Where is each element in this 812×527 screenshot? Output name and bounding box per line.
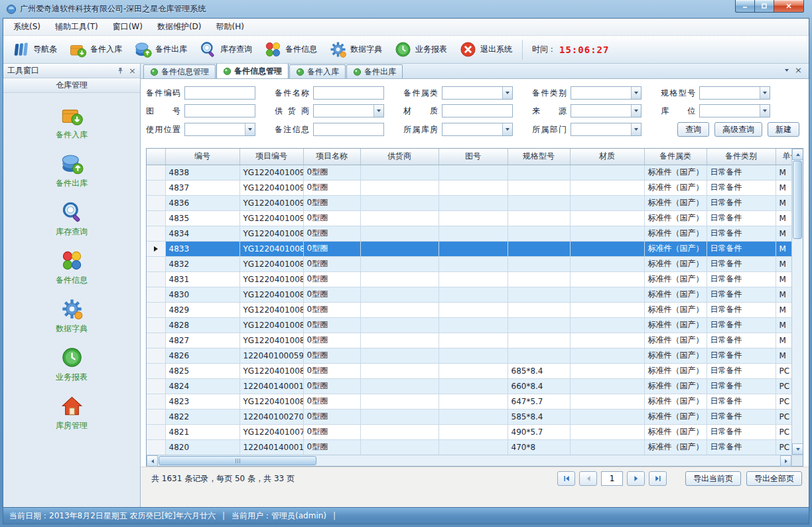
hscroll-thumb[interactable] [159,456,316,465]
close-button[interactable] [774,0,804,13]
table-row[interactable]: 4832YG122040100870型圈标准件（国产）日常备件M [147,256,791,271]
table-row[interactable]: 4834YG122040100890型圈标准件（国产）日常备件M [147,226,791,241]
use-position-select[interactable] [184,123,255,136]
chevron-down-icon[interactable] [502,123,512,135]
table-row[interactable]: 482412204014000120型圈660*8.4标准件（国产）日常备件PC [147,378,791,394]
toolbar-button-parts-info[interactable]: 备件信息 [258,38,323,61]
table-row[interactable]: 4829YG122040100840型圈标准件（国产）日常备件M [147,302,791,317]
toolbar-button-box-out[interactable]: 备件出库 [128,38,193,61]
chevron-down-icon[interactable] [631,123,641,135]
scroll-left-icon[interactable] [147,455,158,467]
scroll-right-icon[interactable] [780,455,791,467]
horizontal-scrollbar[interactable] [147,455,791,466]
table-row[interactable]: 4821YG122040100790型圈490*5.7标准件（国产）日常备件PC [147,424,791,439]
sidebar-item-box-in[interactable]: 备件入库 [56,104,88,141]
remark-input[interactable] [313,123,384,136]
source-select[interactable] [571,104,642,117]
spec-model-select[interactable] [699,86,770,100]
table-row[interactable]: 4827YG122040100820型圈标准件（国产）日常备件M [147,333,791,348]
table-row[interactable]: 4830YG122040100850型圈标准件（国产）日常备件M [147,287,791,302]
toolbar-button-report[interactable]: 业务报表 [388,38,453,61]
export-all-pages-button[interactable]: 导出全部页 [746,471,802,486]
hscroll-track[interactable] [158,455,780,466]
sidebar-item-report[interactable]: 业务报表 [56,346,88,383]
sidebar-item-parts-info[interactable]: 备件信息 [56,249,88,286]
part-code-input[interactable] [184,86,255,100]
menu-item-1[interactable]: 辅助工具(T) [48,19,105,35]
tab-1[interactable]: 备件信息管理 [216,64,289,78]
toolbar-button-data-dict[interactable]: 数据字典 [323,38,388,61]
pin-icon[interactable] [117,67,124,74]
tab-2[interactable]: 备件入库 [289,64,346,78]
drawing-no-input[interactable] [184,104,255,117]
chevron-down-icon[interactable] [502,87,512,99]
table-row[interactable]: 4831YG122040100860型圈标准件（国产）日常备件M [147,271,791,287]
table-row[interactable]: 4825YG122040100810型圈685*8.4标准件（国产）日常备件PC [147,363,791,378]
part-category-select[interactable] [442,86,513,100]
menu-item-3[interactable]: 数据维护(D) [150,19,209,35]
table-row[interactable]: 482212204010027000型圈585*8.4标准件（国产）日常备件PC [147,409,791,424]
warehouse-select[interactable] [442,123,513,136]
query-button[interactable]: 查询 [677,122,709,137]
vscroll-track[interactable] [792,160,803,443]
column-header-0[interactable]: 编号 [165,149,239,165]
column-header-3[interactable]: 供货商 [360,149,439,165]
sidebar-item-stock-search[interactable]: 库存查询 [56,200,88,238]
column-header-6[interactable]: 材质 [570,149,644,165]
menu-item-4[interactable]: 帮助(H) [209,19,251,35]
vertical-scrollbar[interactable] [791,149,803,455]
menu-item-2[interactable]: 窗口(W) [105,19,150,35]
tool-window-close-icon[interactable]: × [129,66,136,75]
first-page-button[interactable] [557,471,575,486]
column-header-8[interactable]: 备件类别 [707,149,776,165]
table-row[interactable]: 4828YG122040100830型圈标准件（国产）日常备件M [147,317,791,333]
tab-close-icon[interactable]: × [795,66,802,74]
tab-0[interactable]: 备件信息管理 [143,64,216,78]
table-row[interactable]: 482012204014000130型圈470*8标准件（国产）日常备件PC [147,439,791,455]
table-row[interactable]: 482612204010005990型圈标准件（国产）日常备件M [147,348,791,363]
column-header-4[interactable]: 图号 [439,149,508,165]
sidebar-item-box-out[interactable]: 备件出库 [56,152,88,189]
tab-3[interactable]: 备件出库 [346,64,403,78]
column-header-1[interactable]: 项目编号 [239,149,303,165]
last-page-button[interactable] [649,471,667,486]
table-row[interactable]: 4836YG122040100910型圈标准件（国产）日常备件M [147,195,791,210]
column-header-7[interactable]: 备件属类 [644,149,707,165]
location-select[interactable] [699,104,770,117]
next-page-button[interactable] [627,471,645,486]
column-header-9[interactable]: 单位 [776,149,791,165]
export-current-page-button[interactable]: 导出当前页 [685,471,741,486]
scroll-down-icon[interactable] [792,443,803,455]
sidebar-item-home[interactable]: 库房管理 [56,394,88,431]
table-row[interactable]: 4833YG122040100880型圈标准件（国产）日常备件M [147,241,791,256]
prev-page-button[interactable] [579,471,597,486]
maximize-button[interactable] [754,0,774,13]
chevron-down-icon[interactable] [245,123,255,135]
page-number-input[interactable] [601,471,623,486]
scroll-up-icon[interactable] [792,149,803,160]
toolbar-button-navbar[interactable]: 导航条 [6,38,63,61]
minimize-button[interactable] [735,0,754,13]
toolbar-button-box-in[interactable]: 备件入库 [63,38,128,61]
table-row[interactable]: 4835YG122040100900型圈标准件（国产）日常备件M [147,210,791,226]
toolbar-button-stock-search[interactable]: 库存查询 [193,38,258,61]
chevron-down-icon[interactable] [631,87,641,99]
table-row[interactable]: 4823YG122040100800型圈647*5.7标准件（国产）日常备件PC [147,394,791,409]
toolbar-button-exit[interactable]: 退出系统 [453,38,518,61]
menu-item-0[interactable]: 系统(S) [6,19,48,35]
part-name-input[interactable] [313,86,384,100]
vscroll-thumb[interactable] [793,161,802,239]
department-select[interactable] [571,123,642,136]
table-row[interactable]: 4837YG122040100920型圈标准件（国产）日常备件M [147,180,791,195]
chevron-down-icon[interactable] [760,105,770,117]
advanced-query-button[interactable]: 高级查询 [714,122,762,137]
chevron-down-icon[interactable] [631,105,641,117]
material-input[interactable] [442,104,513,117]
chevron-down-icon[interactable] [760,87,770,99]
chevron-down-icon[interactable] [373,105,383,117]
tab-list-dropdown-icon[interactable] [785,69,789,72]
supplier-select[interactable] [313,104,384,117]
sidebar-item-data-dict[interactable]: 数据字典 [56,297,88,335]
new-button[interactable]: 新建 [768,122,799,137]
column-header-5[interactable]: 规格型号 [508,149,570,165]
